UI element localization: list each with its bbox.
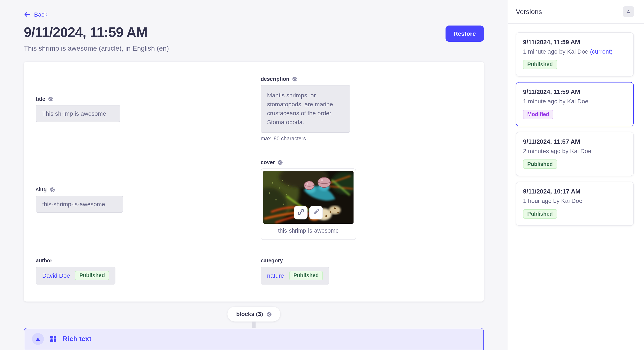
author-link[interactable]: David Doe xyxy=(42,272,70,279)
rich-text-title: Rich text xyxy=(62,335,91,343)
title-label: title xyxy=(36,96,45,102)
version-current-tag: (current) xyxy=(590,48,612,55)
version-meta: 1 minute ago by Kai Doe (current) xyxy=(523,48,626,55)
rich-text-component: Rich text body xyxy=(24,328,484,350)
field-category: category nature Published xyxy=(261,258,468,285)
version-date: 9/11/2024, 11:59 AM xyxy=(523,39,626,45)
component-grid-icon xyxy=(50,336,56,342)
slug-label: slug xyxy=(36,187,47,193)
cover-asset-card: this-shrimp-is-awesome xyxy=(261,169,356,240)
description-textarea: Mantis shrimps, or stomatopods, are mari… xyxy=(261,85,350,133)
collapse-button[interactable] xyxy=(32,333,44,345)
cover-filename: this-shrimp-is-awesome xyxy=(263,224,354,237)
back-label: Back xyxy=(34,11,47,18)
author-label: author xyxy=(36,258,52,264)
restore-button[interactable]: Restore xyxy=(446,25,484,42)
version-status-badge: Published xyxy=(523,60,557,69)
field-author: author David Doe Published xyxy=(36,258,244,285)
version-date: 9/11/2024, 10:17 AM xyxy=(523,188,626,195)
version-card[interactable]: 9/11/2024, 11:59 AM 1 minute ago by Kai … xyxy=(516,32,634,77)
cover-actions xyxy=(294,206,323,219)
blocks-pill: blocks (3) xyxy=(228,307,280,322)
version-status-badge: Modified xyxy=(523,110,554,119)
field-description: description Mantis shrimps, or stomatopo… xyxy=(261,76,468,142)
version-card[interactable]: 9/11/2024, 10:17 AM 1 hour ago by Kai Do… xyxy=(516,181,634,226)
version-meta: 1 minute ago by Kai Doe xyxy=(523,98,626,105)
description-label: description xyxy=(261,76,290,82)
version-history-page: Back 9/11/2024, 11:59 AM This shrimp is … xyxy=(0,0,644,350)
version-fields-card: title This shrimp is awesome description… xyxy=(24,62,484,302)
field-title: title This shrimp is awesome xyxy=(36,96,244,122)
versions-header: Versions 4 xyxy=(508,0,644,24)
versions-title: Versions xyxy=(516,8,542,15)
description-hint: max. 80 characters xyxy=(261,136,468,142)
category-relation: nature Published xyxy=(261,267,330,285)
slug-input: this-shrimp-is-awesome xyxy=(36,196,123,213)
author-relation: David Doe Published xyxy=(36,267,116,285)
pencil-icon xyxy=(313,209,320,217)
blocks-pill-label: blocks (3) xyxy=(236,311,263,317)
author-status-badge: Published xyxy=(75,271,109,280)
versions-count-badge: 4 xyxy=(623,6,634,17)
cover-image xyxy=(263,171,354,224)
page-header: 9/11/2024, 11:59 AM This shrimp is aweso… xyxy=(24,25,484,52)
copy-link-button[interactable] xyxy=(294,206,308,219)
version-card[interactable]: 9/11/2024, 11:59 AM 1 minute ago by Kai … xyxy=(516,82,634,126)
chevron-up-icon xyxy=(36,338,40,341)
link-icon xyxy=(297,208,304,217)
globe-icon xyxy=(266,312,272,317)
rich-text-header[interactable]: Rich text xyxy=(24,328,484,350)
version-list: 9/11/2024, 11:59 AM 1 minute ago by Kai … xyxy=(508,24,644,234)
title-input: This shrimp is awesome xyxy=(36,105,120,122)
category-label: category xyxy=(261,258,283,264)
version-status-badge: Published xyxy=(523,209,557,219)
versions-sidebar: Versions 4 9/11/2024, 11:59 AM 1 minute … xyxy=(508,0,644,350)
category-status-badge: Published xyxy=(289,271,323,280)
edit-button[interactable] xyxy=(309,206,323,219)
version-status-badge: Published xyxy=(523,160,557,169)
dynamic-zone: blocks (3) xyxy=(24,307,484,328)
globe-icon xyxy=(48,96,53,101)
version-meta: 1 hour ago by Kai Doe xyxy=(523,197,626,204)
main-content: Back 9/11/2024, 11:59 AM This shrimp is … xyxy=(0,0,508,350)
back-link[interactable]: Back xyxy=(24,11,47,18)
page-subtitle: This shrimp is awesome (article), in Eng… xyxy=(24,45,169,52)
field-slug: slug this-shrimp-is-awesome xyxy=(36,187,244,213)
version-date: 9/11/2024, 11:57 AM xyxy=(523,138,626,145)
arrow-left-icon xyxy=(24,11,31,18)
category-link[interactable]: nature xyxy=(267,272,284,279)
version-card[interactable]: 9/11/2024, 11:57 AM 2 minutes ago by Kai… xyxy=(516,132,634,176)
globe-icon xyxy=(278,160,283,165)
field-cover: cover xyxy=(261,160,468,240)
cover-label: cover xyxy=(261,160,275,166)
page-title: 9/11/2024, 11:59 AM xyxy=(24,25,169,40)
version-date: 9/11/2024, 11:59 AM xyxy=(523,88,626,95)
version-meta: 2 minutes ago by Kai Doe xyxy=(523,148,626,154)
globe-icon xyxy=(292,77,298,82)
connector-line xyxy=(252,322,256,328)
globe-icon xyxy=(50,187,55,192)
